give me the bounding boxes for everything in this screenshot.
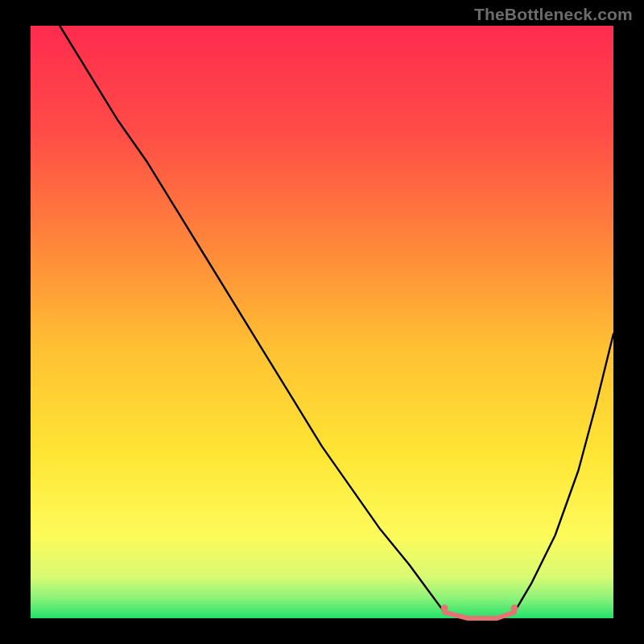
highlight-dot-left [441,605,448,612]
bottleneck-curve-chart [0,0,644,644]
plot-background [31,26,613,618]
highlight-dot-right [510,605,518,612]
chart-frame: TheBottleneck.com [0,0,644,644]
